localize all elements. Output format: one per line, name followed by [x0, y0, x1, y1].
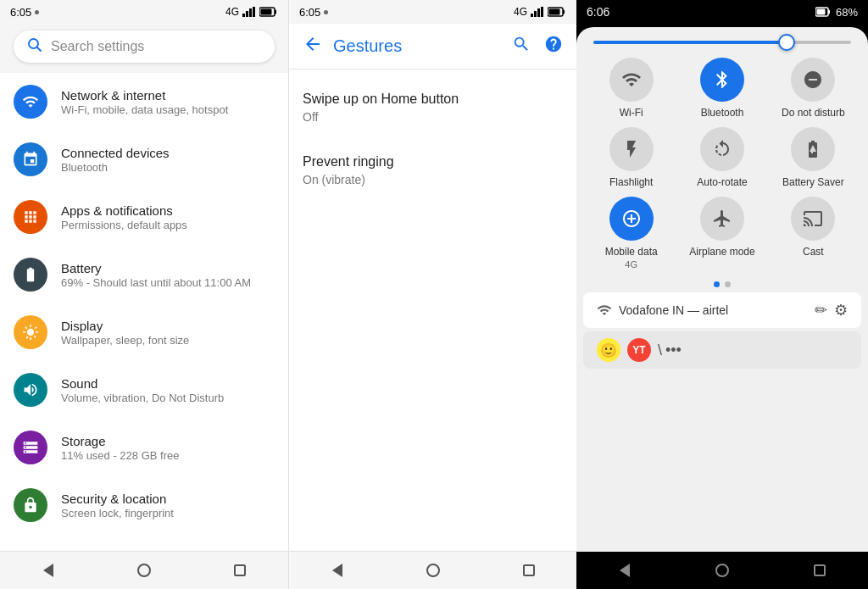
qs-tile-dnd[interactable]: Do not disturb [772, 58, 854, 119]
qs-grid: Wi-Fi Bluetooth Do not disturb [576, 51, 868, 276]
security-icon [14, 488, 47, 522]
home-button-1[interactable] [134, 560, 154, 581]
status-bar-left-1: 6:05 [10, 6, 39, 19]
settings-item-connected[interactable]: Connected devices Bluetooth [0, 131, 288, 188]
qs-battery-pct: 68% [836, 6, 858, 19]
qs-home-button[interactable] [712, 560, 732, 581]
display-text: Display Wallpaper, sleep, font size [61, 319, 189, 347]
svg-rect-18 [816, 9, 825, 15]
autorotate-tile-label: Auto-rotate [697, 176, 747, 188]
qs-app-row: 🙂 YT \ ••• [583, 331, 861, 369]
settings-panel: 6:05 4G [0, 0, 288, 589]
battery-subtitle: 69% - Should last until about 11:00 AM [61, 276, 251, 289]
gesture-item-swipe[interactable]: Swipe up on Home button Off [289, 76, 576, 139]
status-bar-2: 6:05 4G [289, 0, 576, 24]
sound-subtitle: Volume, vibration, Do Not Disturb [61, 392, 224, 404]
svg-rect-17 [828, 10, 830, 14]
nav-bar-1 [0, 551, 288, 589]
brightness-slider[interactable] [593, 41, 851, 44]
dnd-tile-label: Do not disturb [782, 107, 845, 119]
network-icon [14, 85, 47, 119]
settings-item-battery[interactable]: Battery 69% - Should last until about 11… [0, 246, 288, 303]
apps-subtitle: Permissions, default apps [61, 219, 187, 231]
network-title: Network & internet [61, 88, 228, 103]
gestures-help-icon[interactable] [544, 35, 563, 58]
back-button-2[interactable] [327, 560, 348, 581]
settings-item-apps[interactable]: Apps & notifications Permissions, defaul… [0, 188, 288, 246]
qs-tile-airplane[interactable]: Airplane mode [681, 197, 763, 269]
home-button-2[interactable] [423, 560, 443, 581]
network-1: 4G [225, 6, 239, 18]
qs-settings-button[interactable]: ⚙ [834, 301, 848, 320]
batterysaver-tile-icon [791, 127, 835, 171]
qs-back-button[interactable] [615, 560, 635, 581]
gesture-item-prevent[interactable]: Prevent ringing On (vibrate) [289, 139, 576, 202]
settings-item-storage[interactable]: Storage 11% used - 228 GB free [0, 419, 288, 476]
flashlight-tile-icon [609, 127, 654, 171]
gestures-search-icon[interactable] [512, 35, 531, 58]
qs-recents-icon [814, 564, 826, 576]
status-bar-right-2: 4G [514, 6, 566, 18]
qs-tile-cast[interactable]: Cast [772, 197, 854, 269]
status-dot-1 [35, 10, 39, 14]
nav-bar-2 [289, 551, 576, 589]
battery-icon-2 [548, 7, 566, 17]
search-icon [27, 37, 42, 56]
back-icon-1 [43, 564, 53, 577]
mobiledata-tile-sublabel: 4G [625, 259, 637, 269]
connected-subtitle: Bluetooth [61, 161, 170, 174]
back-button-1[interactable] [38, 560, 58, 581]
recents-icon-2 [523, 564, 535, 576]
svg-rect-6 [261, 9, 272, 15]
qs-tile-flashlight[interactable]: Flashlight [590, 127, 672, 188]
qs-tile-bluetooth[interactable]: Bluetooth [681, 58, 763, 119]
status-dot-2 [324, 10, 328, 14]
gestures-back-button[interactable] [303, 34, 323, 58]
airplane-tile-label: Airplane mode [689, 246, 754, 258]
search-bar[interactable]: Search settings [14, 31, 275, 63]
settings-item-security[interactable]: Security & location Screen lock, fingerp… [0, 476, 288, 534]
cast-tile-icon [791, 197, 835, 241]
qs-edit-button[interactable]: ✏ [815, 301, 827, 320]
qs-network-label: Vodafone IN — airtel [619, 303, 808, 317]
time-2: 6:05 [299, 6, 320, 19]
app-icons-extra: \ ••• [658, 342, 682, 359]
battery-icon-1 [259, 7, 278, 17]
home-icon-2 [426, 564, 440, 577]
settings-item-sound[interactable]: Sound Volume, vibration, Do Not Disturb [0, 361, 288, 419]
qs-back-icon [620, 564, 630, 577]
gesture-prevent-subtitle: On (vibrate) [303, 173, 563, 186]
svg-rect-14 [563, 10, 565, 14]
qs-recents-button[interactable] [810, 560, 830, 581]
battery-settings-icon [14, 258, 47, 292]
status-bar-1: 6:05 4G [0, 0, 288, 24]
qs-tile-mobiledata[interactable]: Mobile data 4G [590, 197, 672, 269]
security-title: Security & location [61, 492, 174, 506]
svg-rect-3 [253, 7, 255, 17]
sound-title: Sound [61, 376, 224, 391]
qs-nav-bar [576, 552, 868, 589]
svg-rect-5 [275, 10, 276, 14]
qs-tile-batterysaver[interactable]: Battery Saver [772, 127, 854, 188]
svg-rect-1 [246, 11, 248, 17]
qs-tile-autorotate[interactable]: Auto-rotate [681, 127, 763, 188]
recents-icon-1 [234, 564, 246, 576]
recents-button-2[interactable] [519, 560, 539, 581]
settings-item-network[interactable]: Network & internet Wi-Fi, mobile, data u… [0, 73, 288, 131]
qs-tile-wifi[interactable]: Wi-Fi [590, 58, 672, 119]
recents-button-1[interactable] [230, 560, 250, 581]
signal-icon-1 [242, 7, 256, 17]
security-text: Security & location Screen lock, fingerp… [61, 492, 174, 520]
svg-rect-12 [541, 7, 543, 17]
svg-rect-15 [549, 9, 560, 15]
network-2: 4G [514, 6, 527, 18]
mobiledata-tile-label: Mobile data [605, 246, 658, 258]
battery-text: Battery 69% - Should last until about 11… [61, 261, 251, 289]
apps-title: Apps & notifications [61, 203, 187, 218]
security-subtitle: Screen lock, fingerprint [61, 507, 174, 520]
brightness-thumb[interactable] [778, 34, 795, 51]
header-icons [512, 35, 563, 58]
connected-icon [14, 142, 47, 176]
brightness-row [576, 27, 868, 51]
settings-item-display[interactable]: Display Wallpaper, sleep, font size [0, 303, 288, 361]
